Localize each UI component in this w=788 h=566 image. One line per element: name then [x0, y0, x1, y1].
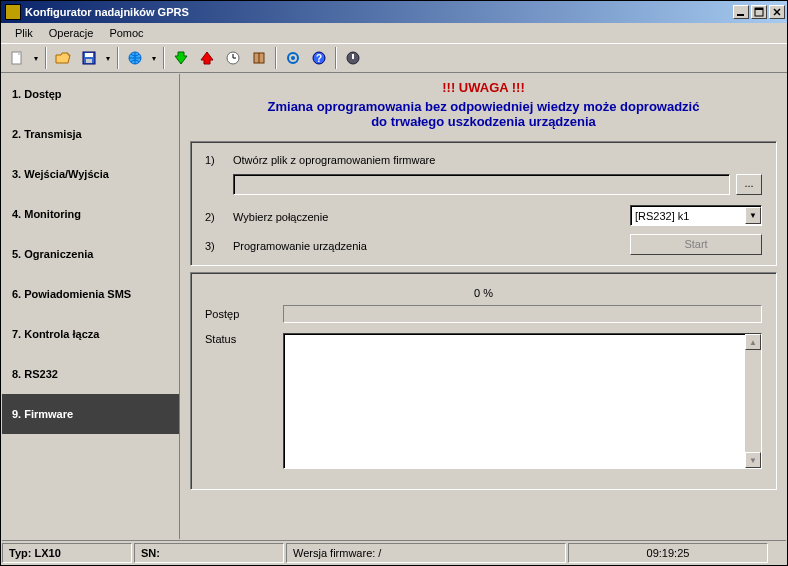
step2-label: Wybierz połączenie — [233, 209, 622, 223]
menu-operacje[interactable]: Operacje — [41, 25, 102, 41]
svg-text:?: ? — [316, 53, 322, 64]
toolbar: ▾ ▾ ▾ ? — [1, 43, 787, 73]
progress-label: Postęp — [205, 308, 283, 320]
sidebar-item-rs232[interactable]: 8. RS232 — [2, 354, 179, 394]
toolbar-separator — [45, 47, 47, 69]
open-folder-icon[interactable] — [51, 46, 75, 70]
close-button[interactable] — [769, 5, 785, 19]
save-dropdown[interactable]: ▾ — [103, 46, 113, 70]
warning-body: Zmiana oprogramowania bez odpowiedniej w… — [190, 99, 777, 129]
step1-label: Otwórz plik z oprogramowaniem firmware — [233, 152, 762, 166]
step3-label: Programowanie urządzenia — [233, 238, 622, 252]
sidebar: 1. Dostęp 2. Transmisja 3. Wejścia/Wyjśc… — [2, 74, 180, 539]
status-type: Typ: LX10 — [2, 543, 132, 563]
sidebar-item-kontrola-lacza[interactable]: 7. Kontrola łącza — [2, 314, 179, 354]
clock-icon[interactable] — [221, 46, 245, 70]
step3-number: 3) — [205, 238, 233, 252]
steps-panel: 1) Otwórz plik z oprogramowaniem firmwar… — [190, 141, 777, 266]
globe-dropdown[interactable]: ▾ — [149, 46, 159, 70]
title-bar: Konfigurator nadajników GPRS — [1, 1, 787, 23]
svg-point-20 — [291, 56, 295, 60]
toolbar-separator — [117, 47, 119, 69]
status-bar: Typ: LX10 SN: Wersja firmware: / 09:19:2… — [2, 540, 786, 564]
gear-icon[interactable] — [281, 46, 305, 70]
menu-pomoc[interactable]: Pomoc — [101, 25, 151, 41]
scrollbar[interactable]: ▲ ▼ — [745, 334, 761, 468]
sidebar-item-transmisja[interactable]: 2. Transmisja — [2, 114, 179, 154]
svg-rect-10 — [86, 59, 92, 63]
new-file-icon[interactable] — [5, 46, 29, 70]
book-icon[interactable] — [247, 46, 271, 70]
svg-rect-9 — [85, 53, 93, 57]
sidebar-item-ograniczenia[interactable]: 5. Ograniczenia — [2, 234, 179, 274]
firmware-file-input[interactable] — [233, 174, 730, 195]
toolbar-separator — [335, 47, 337, 69]
status-firmware: Wersja firmware: / — [286, 543, 566, 563]
svg-marker-12 — [175, 52, 187, 64]
progress-panel: 0 % Postęp Status ▲ ▼ — [190, 272, 777, 490]
menu-plik[interactable]: Plik — [7, 25, 41, 41]
svg-marker-13 — [201, 52, 213, 64]
svg-rect-24 — [352, 54, 354, 59]
maximize-button[interactable] — [751, 5, 767, 19]
svg-marker-7 — [56, 53, 70, 63]
sidebar-item-powiadomienia-sms[interactable]: 6. Powiadomienia SMS — [2, 274, 179, 314]
sidebar-item-monitoring[interactable]: 4. Monitoring — [2, 194, 179, 234]
new-dropdown[interactable]: ▾ — [31, 46, 41, 70]
window-title: Konfigurator nadajników GPRS — [25, 6, 733, 18]
status-label: Status — [205, 333, 283, 345]
toolbar-separator — [275, 47, 277, 69]
help-icon[interactable]: ? — [307, 46, 331, 70]
sidebar-item-dostep[interactable]: 1. Dostęp — [2, 74, 179, 114]
toolbar-separator — [163, 47, 165, 69]
step2-number: 2) — [205, 209, 233, 223]
exit-icon[interactable] — [341, 46, 365, 70]
app-icon — [5, 4, 21, 20]
svg-rect-0 — [737, 14, 744, 16]
content-area: !!! UWAGA !!! Zmiana oprogramowania bez … — [180, 74, 787, 539]
progress-percent: 0 % — [205, 287, 762, 299]
warning-title: !!! UWAGA !!! — [190, 80, 777, 95]
upload-icon[interactable] — [195, 46, 219, 70]
sidebar-item-wejscia-wyjscia[interactable]: 3. Wejścia/Wyjścia — [2, 154, 179, 194]
warning-line2: do trwałego uszkodzenia urządzenia — [371, 114, 596, 129]
app-window: Konfigurator nadajników GPRS Plik Operac… — [0, 0, 788, 566]
connection-value: [RS232] k1 — [631, 210, 745, 222]
status-sn: SN: — [134, 543, 284, 563]
status-time: 09:19:25 — [568, 543, 768, 563]
download-icon[interactable] — [169, 46, 193, 70]
browse-button[interactable]: ... — [736, 174, 762, 195]
scroll-up-icon[interactable]: ▲ — [745, 334, 761, 350]
menu-bar: Plik Operacje Pomoc — [1, 23, 787, 43]
globe-icon[interactable] — [123, 46, 147, 70]
status-textarea[interactable]: ▲ ▼ — [283, 333, 762, 469]
start-button[interactable]: Start — [630, 234, 762, 255]
warning-line1: Zmiana oprogramowania bez odpowiedniej w… — [268, 99, 700, 114]
step1-number: 1) — [205, 152, 233, 166]
connection-select[interactable]: [RS232] k1 ▼ — [630, 205, 762, 226]
progress-bar — [283, 305, 762, 323]
chevron-down-icon[interactable]: ▼ — [745, 207, 761, 224]
minimize-button[interactable] — [733, 5, 749, 19]
sidebar-item-firmware[interactable]: 9. Firmware — [2, 394, 179, 434]
svg-rect-2 — [755, 8, 763, 10]
save-icon[interactable] — [77, 46, 101, 70]
scroll-down-icon[interactable]: ▼ — [745, 452, 761, 468]
